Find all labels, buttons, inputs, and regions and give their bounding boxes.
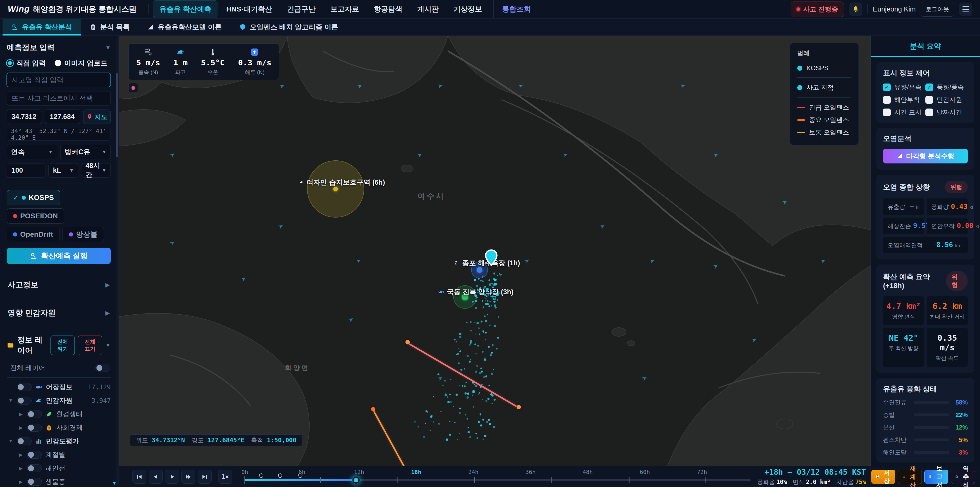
skip-end-button[interactable] <box>198 470 212 484</box>
timeline-label-6h[interactable]: 6h <box>299 469 305 475</box>
model-chip-앙상블[interactable]: 앙상블 <box>62 227 104 242</box>
model-chip-OpenDrift[interactable]: OpenDrift <box>6 227 59 242</box>
duration-select[interactable]: 48시간▼ <box>81 163 111 177</box>
layer-row-5[interactable]: ▶계절별 <box>6 448 111 461</box>
oil-type-select[interactable]: 벙커C유▼ <box>60 145 111 159</box>
display-option-4[interactable]: 시간 표시 <box>883 108 925 117</box>
display-option-1[interactable]: ✓풍향/풍속 <box>925 83 968 91</box>
radio-image-upload[interactable]: 이미지 업로드 <box>55 59 108 68</box>
layer-row-2[interactable]: ▶환경생태 <box>6 407 111 421</box>
layer-row-7[interactable]: ▶생물종 <box>6 475 111 487</box>
layer-row-0[interactable]: 어장정보17,129 <box>6 380 111 394</box>
spill-amount-input[interactable] <box>6 163 45 177</box>
timeline-slider[interactable]: 0h6h12h18h24h36h48h60h72h <box>245 466 751 487</box>
nav-item-1[interactable]: HNS·대기확산 <box>220 0 278 18</box>
polygon-analysis-button[interactable]: 다각형 분석수행 <box>883 148 968 163</box>
expander-down-icon[interactable]: ▼ <box>8 439 13 444</box>
display-option-2[interactable]: 해안부착 <box>883 96 925 104</box>
accident-info-section[interactable]: 사고정보 ▶ <box>6 271 111 299</box>
impact-resources-section[interactable]: 영향 민감자원 ▶ <box>6 299 111 327</box>
fence-deploy-marker-icon[interactable] <box>259 473 264 480</box>
nav-item-2[interactable]: 긴급구난 <box>281 0 322 18</box>
spill-type-select[interactable]: 연속▼ <box>6 145 57 159</box>
nav-item-7[interactable]: 통합조회 <box>493 0 537 18</box>
timeline-handle[interactable] <box>352 477 360 484</box>
model-chip-POSEIDON[interactable]: POSEIDON <box>6 208 64 224</box>
latitude-input[interactable] <box>6 110 42 124</box>
fence-endpoint-dot[interactable] <box>371 407 375 411</box>
nav-item-4[interactable]: 항공탐색 <box>368 0 409 18</box>
map-pick-button[interactable]: 지도 <box>83 110 111 124</box>
play-button[interactable] <box>165 470 179 484</box>
layer-toggle[interactable] <box>17 383 32 391</box>
timeline-label-18h[interactable]: 18h <box>411 469 422 475</box>
logout-button[interactable]: 로그아웃 <box>921 2 954 17</box>
fence-endpoint-dot[interactable] <box>517 405 521 409</box>
expander-right-icon[interactable]: ▶ <box>18 452 24 458</box>
timeline-label-12h[interactable]: 12h <box>354 469 364 475</box>
expander-right-icon[interactable]: ▶ <box>18 466 24 471</box>
recalculate-button[interactable]: 재계산 <box>898 469 922 484</box>
fence-deploy-marker-icon[interactable] <box>278 473 283 480</box>
save-button[interactable]: 저장 <box>871 469 895 484</box>
longitude-input[interactable] <box>45 110 80 124</box>
incident-pin-icon[interactable] <box>484 249 498 266</box>
expander-right-icon[interactable]: ▶ <box>18 411 24 417</box>
nav-item-3[interactable]: 보고자료 <box>325 0 365 18</box>
timeline-label-48h[interactable]: 48h <box>583 469 593 475</box>
expander-down-icon[interactable]: ▼ <box>8 398 13 403</box>
oil-fence-line-1[interactable] <box>372 410 414 466</box>
display-option-5[interactable]: 날짜시간 <box>925 108 968 117</box>
notifications-button[interactable] <box>849 3 862 16</box>
hamburger-menu-button[interactable] <box>959 3 972 16</box>
chevron-down-icon[interactable]: ▼ <box>105 45 111 51</box>
incident-name-input[interactable] <box>6 73 111 87</box>
oil-fence-line-0[interactable] <box>407 342 519 408</box>
fence-endpoint-dot[interactable] <box>406 340 410 345</box>
timeline-label-60h[interactable]: 60h <box>640 469 650 475</box>
expander-right-icon[interactable]: ▶ <box>18 425 24 431</box>
timeline-label-0h[interactable]: 0h <box>242 469 248 475</box>
playback-speed-button[interactable]: 1× <box>218 470 232 484</box>
unit-select[interactable]: kL▼ <box>48 163 78 177</box>
timeline-label-24h[interactable]: 24h <box>468 469 479 475</box>
nav-item-5[interactable]: 게시판 <box>411 0 445 18</box>
incident-list-input[interactable] <box>6 91 111 105</box>
nav-item-0[interactable]: 유출유 확산예측 <box>153 0 218 18</box>
sidebar-scrollbar[interactable] <box>116 37 118 485</box>
model-chip-KOSPS[interactable]: ✓KOSPS <box>6 190 60 205</box>
nav-item-6[interactable]: 기상정보 <box>447 0 488 18</box>
fast-forward-button[interactable] <box>181 470 195 484</box>
layer-row-6[interactable]: ▶해안선 <box>6 461 111 475</box>
run-prediction-button[interactable]: 확산예측 실행 <box>6 248 111 264</box>
all-layers-on-button[interactable]: 전체 켜기 <box>51 335 75 355</box>
report-button[interactable]: 보고서 <box>924 469 948 484</box>
layer-row-1[interactable]: ▼민감자원3,947 <box>6 394 111 407</box>
all-layers-off-button[interactable]: 전체 끄기 <box>78 335 102 355</box>
layer-row-4[interactable]: ▼민감도평가 <box>6 434 111 448</box>
map-canvas[interactable]: 여수시화양면여자만 습지보호구역 (6h)종포 해수욕장 (1h)국동 전복 양… <box>119 36 870 466</box>
tab-3[interactable]: 오일펜스 배치 알고리즘 이론 <box>231 19 347 35</box>
layer-toggle[interactable] <box>27 451 42 459</box>
incident-status-badge[interactable]: 사고 진행중 <box>791 2 844 17</box>
layer-toggle[interactable] <box>17 437 32 445</box>
scroll-down-indicator[interactable]: ▼ <box>112 480 117 486</box>
backtrack-button[interactable]: 역추적 <box>951 469 975 484</box>
layer-toggle[interactable] <box>27 464 42 472</box>
master-layer-toggle[interactable] <box>95 364 110 372</box>
skip-start-button[interactable] <box>132 470 146 484</box>
chevron-down-icon[interactable]: ▼ <box>105 342 111 348</box>
radio-direct-input[interactable]: 직접 입력 <box>6 59 46 68</box>
layer-toggle[interactable] <box>17 397 32 404</box>
tab-1[interactable]: 분석 목록 <box>81 19 138 35</box>
layer-row-3[interactable]: ▶$사회경제 <box>6 421 111 434</box>
expander-right-icon[interactable]: ▶ <box>18 479 24 485</box>
display-option-0[interactable]: ✓유향/유속 <box>883 83 925 91</box>
step-back-button[interactable] <box>149 470 162 484</box>
tab-0[interactable]: 유출유 확산분석 <box>3 19 81 35</box>
timeline-label-72h[interactable]: 72h <box>697 469 707 475</box>
tab-2[interactable]: 유출유확산모델 이론 <box>138 19 231 35</box>
layer-toggle[interactable] <box>27 478 42 486</box>
display-option-3[interactable]: 민감자원 <box>925 96 968 104</box>
incident-marker-button[interactable] <box>128 83 138 93</box>
